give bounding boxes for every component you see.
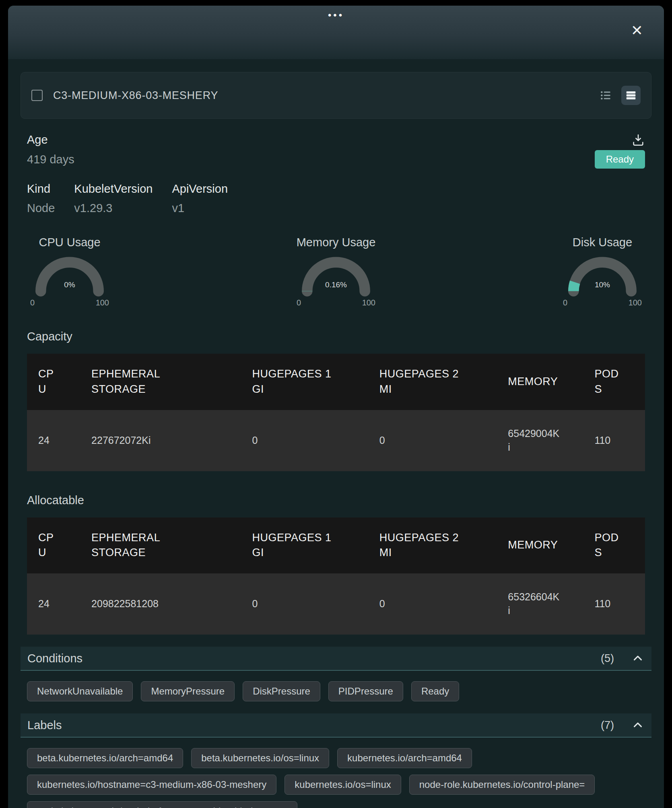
drag-handle-dots-icon[interactable]: ••• [8,6,664,21]
condition-chip: PIDPressure [328,681,403,701]
kubelet-version-label: KubeletVersion [74,182,153,196]
label-chip: kubernetes.io/hostname=c3-medium-x86-03-… [27,775,276,795]
memory-usage-gauge: Memory Usage 0.16% 0 100 [293,236,379,307]
cpu-gauge-min: 0 [30,298,35,307]
allocatable-col-pods: PODS [594,530,619,561]
cpu-usage-value: 0% [32,280,107,289]
cpu-gauge-max: 100 [96,298,109,307]
cpu-gauge-arc [32,255,107,297]
capacity-hugepages-1gi: 0 [241,410,368,471]
view-toggles [600,86,641,105]
age-label: Age [27,133,48,146]
capacity-pods: 110 [583,410,645,471]
disk-usage-value: 10% [565,280,640,289]
allocatable-col-ephemeral-storage: EPHEMERAL STORAGE [91,530,168,561]
select-checkbox[interactable] [31,90,43,101]
labels-collapse-chevron-up-icon[interactable] [631,718,645,732]
label-chip: node-role.kubernetes.io/control-plane= [409,775,595,795]
conditions-title: Conditions [27,652,601,665]
node-card-header: C3-MEDIUM-X86-03-MESHERY [21,72,651,119]
memory-gauge-arc [298,255,374,297]
download-icon[interactable] [631,133,645,147]
capacity-cpu: 24 [27,410,80,471]
capacity-col-memory: MEMORY [508,374,558,390]
conditions-collapse-chevron-up-icon[interactable] [631,651,645,665]
allocatable-cpu: 24 [27,573,80,635]
labels-chips: beta.kubernetes.io/arch=amd64 beta.kuber… [27,748,645,808]
modal-header-bar: ••• ✕ [8,6,664,59]
capacity-memory: 65429004Ki [497,410,583,471]
capacity-col-ephemeral-storage: EPHEMERAL STORAGE [91,367,168,397]
cpu-usage-gauge: CPU Usage 0% 0 100 [27,236,112,307]
conditions-count: (5) [601,652,614,665]
label-chip: kubernetes.io/os=linux [284,775,401,795]
usage-gauges: CPU Usage 0% 0 100 Memory Usage [27,236,645,307]
allocatable-title: Allocatable [27,494,645,507]
allocatable-hugepages-2mi: 0 [368,573,497,635]
condition-chip: NetworkUnavailable [27,681,133,701]
status-badge: Ready [595,150,645,169]
disk-usage-title: Disk Usage [560,236,645,249]
kind-value: Node [27,202,55,215]
capacity-hugepages-2mi: 0 [368,410,497,471]
cpu-usage-title: CPU Usage [27,236,112,249]
capacity-col-cpu: CPU [38,367,56,397]
kubelet-version-value: v1.29.3 [74,202,153,215]
conditions-chips: NetworkUnavailable MemoryPressure DiskPr… [27,681,645,701]
close-icon[interactable]: ✕ [631,23,643,38]
label-chip: kubernetes.io/arch=amd64 [337,748,472,768]
modal-content: C3-MEDIUM-X86-03-MESHERY Age 419 days Re… [8,72,664,808]
kind-label: Kind [27,182,55,196]
disk-gauge-arc [565,255,640,297]
memory-usage-value: 0.16% [298,280,374,289]
allocatable-col-hugepages-1gi: HUGEPAGES 1 GI [252,530,338,561]
label-chip: node.kubernetes.io/exclude-from-external… [27,801,297,808]
labels-count: (7) [601,719,614,732]
node-title: C3-MEDIUM-X86-03-MESHERY [53,89,600,102]
labels-title: Labels [27,719,601,732]
capacity-header-row: CPU EPHEMERAL STORAGE HUGEPAGES 1 GI HUG… [27,354,645,410]
memory-usage-title: Memory Usage [293,236,379,249]
list-view-icon[interactable] [621,86,641,105]
disk-gauge-min: 0 [563,298,567,307]
age-value: 419 days [27,153,74,166]
allocatable-col-memory: MEMORY [508,538,558,553]
api-version-value: v1 [172,202,228,215]
kubelet-version-field: KubeletVersion v1.29.3 [74,182,153,215]
api-version-field: ApiVersion v1 [172,182,228,215]
capacity-title: Capacity [27,330,645,343]
condition-chip: Ready [411,681,459,701]
kind-field: Kind Node [27,182,55,215]
label-chip: beta.kubernetes.io/os=linux [191,748,329,768]
conditions-section-header[interactable]: Conditions (5) [21,647,651,671]
condition-chip: DiskPressure [243,681,320,701]
capacity-table: CPU EPHEMERAL STORAGE HUGEPAGES 1 GI HUG… [27,354,645,471]
capacity-col-pods: PODS [594,367,619,397]
api-version-label: ApiVersion [172,182,228,196]
capacity-col-hugepages-1gi: HUGEPAGES 1 GI [252,367,338,397]
allocatable-col-cpu: CPU [38,530,56,561]
capacity-col-hugepages-2mi: HUGEPAGES 2 MI [379,367,466,397]
allocatable-header-row: CPU EPHEMERAL STORAGE HUGEPAGES 1 GI HUG… [27,517,645,574]
label-chip: beta.kubernetes.io/arch=amd64 [27,748,183,768]
kind-version-row: Kind Node KubeletVersion v1.29.3 ApiVers… [27,182,645,215]
disk-usage-gauge: Disk Usage 10% 0 100 [560,236,645,307]
allocatable-ephemeral-storage: 209822581208 [80,573,241,635]
node-details-modal: ••• ✕ C3-MEDIUM-X86-03-MESHERY Age [8,6,664,808]
capacity-row: 24 227672072Ki 0 0 65429004Ki 110 [27,410,645,471]
details-view-icon[interactable] [600,89,612,102]
meta-section: Age 419 days Ready Kind Node KubeletVers… [27,133,645,215]
allocatable-table: CPU EPHEMERAL STORAGE HUGEPAGES 1 GI HUG… [27,517,645,635]
allocatable-pods: 110 [583,573,645,635]
memory-gauge-max: 100 [362,298,375,307]
allocatable-col-hugepages-2mi: HUGEPAGES 2 MI [379,530,466,561]
allocatable-memory: 65326604Ki [497,573,583,635]
capacity-ephemeral-storage: 227672072Ki [80,410,241,471]
allocatable-row: 24 209822581208 0 0 65326604Ki 110 [27,573,645,635]
condition-chip: MemoryPressure [141,681,235,701]
disk-gauge-max: 100 [629,298,642,307]
allocatable-hugepages-1gi: 0 [241,573,368,635]
memory-gauge-min: 0 [297,298,301,307]
labels-section-header[interactable]: Labels (7) [21,713,651,738]
